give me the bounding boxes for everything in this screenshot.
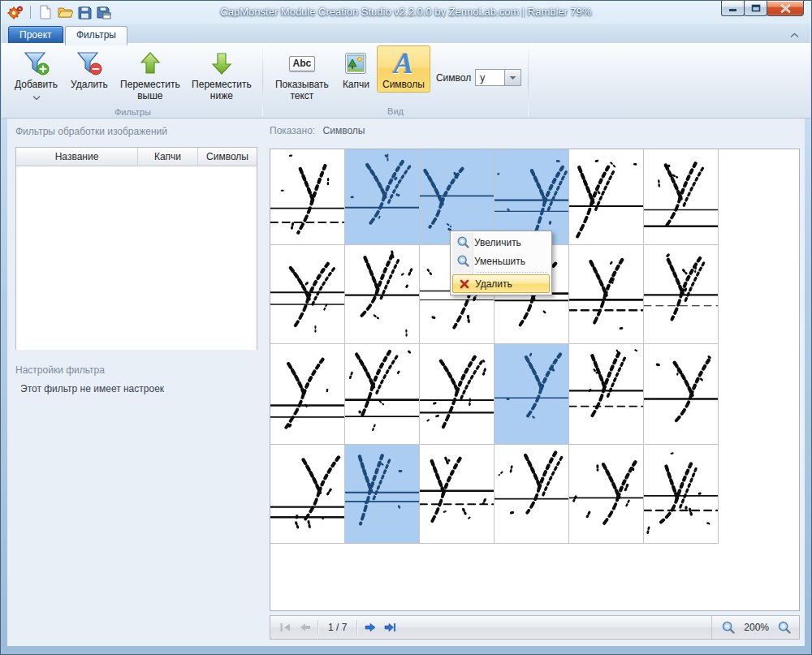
captcha-cell[interactable] [644,344,719,445]
symbol-combo-value[interactable]: y [475,69,504,86]
ribbon-group-filters: Добавить Удалить [5,43,261,118]
captcha-cell[interactable] [569,445,644,544]
column-header-name[interactable]: Название [16,148,138,166]
menu-item-zoom-out[interactable]: Уменьшить [452,252,550,270]
minimize-button[interactable] [721,1,745,16]
settings-empty-text: Этот фильтр не имеет настроек [20,383,164,394]
filters-table: Название Капчи Символы [15,147,257,350]
shown-value: Символы [323,125,365,136]
open-folder-icon[interactable] [55,3,75,21]
context-menu: Увеличить Уменьшить [450,231,552,295]
show-text-label: Показывать текст [274,79,330,101]
save-as-icon[interactable] [94,3,114,21]
zoom-out-icon [452,255,474,267]
window-title: CapMonster Module Creation Studio v2.2.0… [131,6,681,18]
toolbar-separator [356,620,357,635]
filters-table-header: Название Капчи Символы [16,148,257,166]
maximize-button[interactable] [744,1,767,16]
captchas-button[interactable]: Капчи [337,45,375,93]
add-filter-button[interactable]: Добавить [9,45,63,105]
captcha-cell[interactable] [345,344,420,445]
menu-separator [477,272,547,273]
zoom-in-button[interactable] [775,618,794,636]
captcha-cell[interactable] [345,245,420,344]
remove-filter-button[interactable]: Удалить [65,45,114,93]
captcha-cell[interactable] [569,344,644,445]
menu-item-label: Увеличить [474,237,521,248]
tab-project[interactable]: Проект [8,26,63,45]
captcha-cell[interactable] [644,149,719,245]
column-header-captchas[interactable]: Капчи [138,148,198,166]
captchas-label: Капчи [343,79,369,90]
move-down-button[interactable]: Переместить ниже [187,45,257,104]
ribbon-group-view: Abc Показывать текст [265,43,526,118]
menu-item-delete[interactable]: Удалить [452,274,550,293]
tab-filters[interactable]: Фильтры [65,26,127,45]
symbol-combo-label: Символ [436,72,471,84]
symbols-button[interactable]: A Символы [377,45,430,93]
move-down-label: Переместить ниже [192,79,252,101]
captcha-cell[interactable] [270,445,345,544]
ribbon: Добавить Удалить [2,43,810,119]
symbols-label: Символы [382,79,425,90]
app-logo-icon [6,3,25,21]
move-up-label: Переместить выше [120,79,180,101]
close-button[interactable] [767,1,804,16]
delete-icon [453,279,475,289]
new-file-icon[interactable] [36,3,55,21]
symbol-combo-dropdown-button[interactable] [504,69,521,86]
grid-row [270,344,799,445]
captcha-cell[interactable] [270,149,345,245]
captcha-cell[interactable] [270,344,345,445]
symbols-grid [270,149,800,611]
main-area: Фильтры обработки изображений Название К… [7,119,805,646]
titlebar: CapMonster Module Creation Studio v2.2.0… [1,1,811,24]
filter-remove-icon [76,49,103,78]
next-page-button[interactable] [361,618,380,636]
page-indicator: 1 / 7 [322,622,353,633]
show-text-button[interactable]: Abc Показывать текст [269,45,335,104]
ribbon-separator [262,45,263,116]
captcha-cell[interactable] [270,245,345,344]
menu-item-zoom-in[interactable]: Увеличить [452,233,550,252]
zoom-out-button[interactable] [719,618,738,636]
group-label-view: Вид [268,105,523,119]
captcha-cell[interactable] [569,149,644,245]
settings-panel-header: Настройки фильтра [15,364,105,376]
arrow-down-icon [211,49,232,78]
filters-table-body [16,166,257,350]
grid-row [270,445,799,544]
last-page-button[interactable] [380,618,400,636]
collapse-ribbon-button[interactable] [788,30,801,41]
captcha-cell[interactable] [644,245,719,344]
filter-add-icon [23,49,50,78]
shown-row: Показано: Символы [270,125,365,136]
arrow-up-icon [140,49,161,78]
grid-toolbar: 1 / 7 200% [270,615,800,640]
captcha-cell[interactable] [569,245,644,344]
captcha-cell[interactable] [345,445,420,544]
tab-strip: Проект Фильтры [2,24,810,44]
abc-icon: Abc [289,49,315,78]
remove-filter-label: Удалить [71,79,108,90]
captcha-cell[interactable] [495,445,569,544]
captcha-cell[interactable] [345,149,420,245]
zoom-in-icon [452,236,474,248]
shown-label: Показано: [270,125,315,136]
image-icon [344,49,367,78]
titlebar-separator [30,6,31,19]
ribbon-separator [528,45,529,116]
zoom-controls: 200% [711,616,794,639]
letter-a-icon: A [394,49,413,78]
menu-item-label: Уменьшить [474,256,525,267]
column-header-symbols[interactable]: Символы [198,148,257,166]
first-page-button[interactable] [275,618,295,636]
chevron-down-icon [33,91,40,102]
captcha-cell[interactable] [420,445,495,544]
move-up-button[interactable]: Переместить выше [115,45,185,104]
save-icon[interactable] [75,3,94,21]
captcha-cell[interactable] [644,445,719,544]
captcha-cell[interactable] [495,344,569,445]
captcha-cell[interactable] [420,344,495,445]
prev-page-button[interactable] [295,618,314,636]
